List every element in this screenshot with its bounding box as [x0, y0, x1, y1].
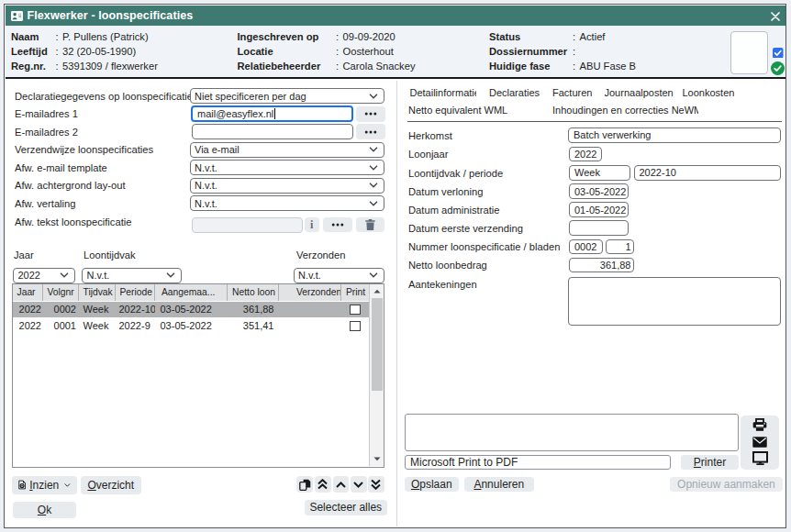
declaratie-select[interactable]: Niet specificeren per dag	[190, 88, 385, 104]
herkomst-input[interactable]	[568, 127, 781, 143]
tab-journaalposten[interactable]: Journaalposten	[605, 87, 678, 99]
herkomst-label: Herkomst	[408, 130, 452, 142]
col-header-volgnr[interactable]: Volgnr	[43, 284, 79, 301]
periode-input[interactable]	[634, 165, 781, 181]
datum-administratie-input[interactable]	[569, 202, 629, 217]
move-down-button[interactable]	[351, 476, 367, 493]
scrollbar-thumb[interactable]	[372, 298, 383, 391]
chevron-down-icon	[369, 94, 378, 99]
info-colon: :	[573, 46, 575, 58]
copy-button[interactable]	[296, 476, 313, 493]
loontijdvak-periode-label: Loontijdvak / periode	[408, 168, 503, 180]
email-output-button[interactable]	[745, 435, 774, 449]
col-header-periode[interactable]: Periode	[116, 284, 155, 301]
info-label-dossiernummer: Dossiernummer	[489, 46, 567, 58]
tab-netto-equivalent-wml[interactable]: Netto equivalent WML	[408, 105, 518, 116]
loonjaar-input[interactable]	[569, 147, 602, 162]
tab-detailinformatie[interactable]: Detailinformatie	[410, 87, 477, 99]
aantekeningen-textarea[interactable]	[568, 277, 781, 326]
col-header-tijdvak[interactable]: Tijdvak	[79, 284, 116, 301]
info-value-naam: P. Pullens (Patrick)	[62, 31, 149, 43]
info-label-locatie: Locatie	[238, 46, 273, 58]
tab-facturen[interactable]: Facturen	[552, 87, 600, 99]
verzonden-filter-select[interactable]: N.v.t.	[294, 268, 385, 283]
tab-loonkosten[interactable]: Loonkosten	[683, 87, 740, 99]
info-label-huidige-fase: Huidige fase	[489, 61, 551, 72]
print-checkbox[interactable]	[350, 321, 361, 332]
bladen-input[interactable]	[606, 239, 634, 255]
tab-declaraties[interactable]: Declaraties	[489, 87, 540, 99]
printer-button[interactable]: Printer	[681, 455, 739, 470]
text-caret	[274, 108, 275, 119]
email-template-select[interactable]: N.v.t.	[190, 160, 385, 175]
email1-input[interactable]: mail@easyflex.nl	[191, 105, 353, 123]
select-value: 2022	[18, 270, 40, 281]
table-scrollbar[interactable]	[369, 284, 384, 466]
datum-eerste-verzending-input[interactable]	[569, 220, 629, 236]
opnieuw-aanmaken-button[interactable]: Opnieuw aanmaken	[670, 477, 784, 493]
select-value: N.v.t.	[195, 198, 217, 209]
col-header-aangemaakt[interactable]: Aangemaa...	[155, 284, 228, 301]
inzien-button[interactable]: Inzien	[12, 476, 77, 494]
info-label-regnr: Reg.nr.	[11, 61, 46, 72]
overzicht-button[interactable]: Overzicht	[81, 476, 141, 494]
scroll-down-button[interactable]	[370, 452, 384, 466]
col-header-netto-loon[interactable]: Netto loon	[228, 284, 280, 301]
info-value-locatie: Oosterhout	[343, 46, 394, 58]
vertaling-select[interactable]: N.v.t.	[190, 195, 385, 211]
vertaling-label: Afw. vertaling	[15, 198, 76, 210]
email1-label: E-mailadres 1	[15, 108, 78, 120]
table-row[interactable]: 2022 0001 Week 2022-9 03-05-2022 351,41	[13, 318, 384, 334]
info-value-huidige-fase: ABU Fase B	[580, 61, 637, 72]
email1-browse-button[interactable]	[356, 106, 386, 122]
annuleren-button[interactable]: Annuleren	[464, 477, 534, 493]
col-header-jaar[interactable]: Jaar	[13, 284, 43, 301]
loontijdvak-input[interactable]	[569, 165, 630, 181]
table-row[interactable]: 2022 0002 Week 2022-10 03-05-2022 361,88	[13, 302, 384, 317]
info-label-relatiebeheerder: Relatiebeheerder	[238, 61, 321, 72]
jaar-filter-select[interactable]: 2022	[13, 268, 75, 283]
col-header-print[interactable]: Print	[341, 284, 369, 301]
info-label-naam: Naam	[11, 31, 39, 43]
overzicht-label: Overzicht	[87, 479, 134, 492]
screen-output-button[interactable]	[745, 450, 774, 466]
scroll-down-arrow-icon	[373, 457, 381, 461]
achtergrond-select[interactable]: N.v.t.	[190, 178, 385, 194]
declaratie-label: Declaratiegegevens op loonspecificatie	[15, 91, 190, 103]
loontijdvak-filter-select[interactable]: N.v.t.	[82, 268, 182, 283]
opslaan-button[interactable]: Opslaan	[405, 477, 459, 493]
col-header-verzonden[interactable]: Verzonden	[279, 284, 341, 301]
move-top-button[interactable]	[315, 476, 331, 493]
info-label-ingeschreven: Ingeschreven op	[238, 31, 319, 43]
tekst-delete-button[interactable]	[356, 217, 384, 232]
chevron-down-icon	[166, 272, 175, 278]
move-up-button[interactable]	[333, 476, 350, 493]
ok-button[interactable]: Ok	[13, 502, 76, 518]
datum-verloning-input[interactable]	[569, 183, 629, 199]
status-checkbox-checked-icon[interactable]	[773, 48, 784, 59]
print-checkbox[interactable]	[350, 305, 361, 316]
printer-name-input[interactable]	[405, 455, 671, 470]
loonjaar-label: Loonjaar	[408, 149, 449, 161]
email2-input[interactable]	[192, 124, 353, 139]
double-chevron-down-icon	[371, 479, 381, 490]
print-output-button[interactable]	[745, 417, 774, 434]
table-cell: 361,88	[228, 302, 280, 317]
scroll-up-button[interactable]	[370, 284, 384, 298]
table-cell: 0002	[43, 302, 79, 317]
envelope-icon	[752, 437, 767, 448]
nummer-loonspecificatie-input[interactable]	[569, 239, 603, 255]
close-icon[interactable]	[771, 12, 780, 21]
jaar-filter-label: Jaar	[14, 249, 34, 261]
netto-loonbedrag-input[interactable]	[569, 258, 634, 273]
tekst-info-button[interactable]: i	[305, 217, 319, 232]
move-bottom-button[interactable]	[368, 476, 384, 493]
selecteer-alles-button[interactable]: Selecteer alles	[305, 500, 387, 515]
tabs-underline	[407, 121, 782, 122]
email2-browse-button[interactable]	[356, 124, 386, 139]
tab-inhoudingen-correcties[interactable]: Inhoudingen en correcties NeWML	[552, 105, 698, 116]
info-value-regnr: 5391309 / flexwerker	[62, 61, 158, 72]
trash-icon	[365, 219, 375, 230]
tekst-browse-button[interactable]	[323, 217, 352, 232]
verzendwijze-select[interactable]: Via e-mail	[190, 142, 385, 158]
